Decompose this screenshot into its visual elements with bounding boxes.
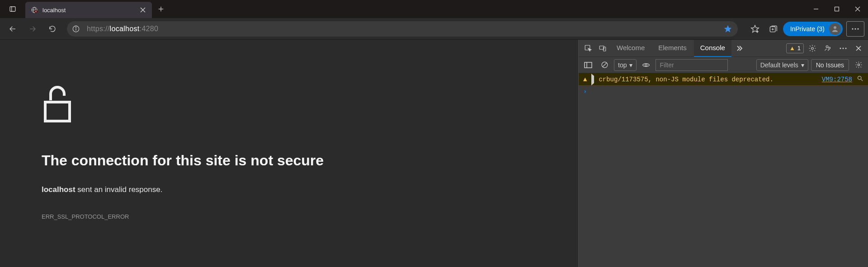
- favorite-star-icon[interactable]: [722, 24, 734, 33]
- log-levels-select[interactable]: Default levels ▾: [756, 59, 808, 71]
- svg-point-39: [840, 47, 841, 49]
- svg-point-41: [845, 47, 847, 49]
- error-msg-tail: sent an invalid response.: [75, 185, 163, 194]
- clear-console-button[interactable]: [598, 58, 611, 72]
- maximize-button[interactable]: [826, 0, 847, 18]
- toolbar: https://localhost:4280 InPrivate (3): [0, 18, 868, 40]
- svg-line-51: [861, 79, 863, 81]
- address-bar[interactable]: https://localhost:4280: [67, 21, 738, 37]
- title-bar: localhost: [0, 0, 868, 18]
- minimize-button[interactable]: [806, 0, 826, 18]
- svg-rect-0: [10, 7, 15, 12]
- console-message: crbug/1173575, non-JS module files depre…: [599, 76, 817, 83]
- svg-rect-32: [45, 102, 70, 121]
- collections-button[interactable]: [765, 21, 781, 37]
- tab-elements[interactable]: Elements: [652, 40, 693, 57]
- url-text: https://localhost:4280: [87, 25, 718, 33]
- error-message: localhost sent an invalid response.: [42, 185, 578, 194]
- svg-point-50: [858, 76, 862, 80]
- svg-point-49: [858, 64, 859, 66]
- tab-favicon: [31, 6, 38, 14]
- inprivate-label: InPrivate (3): [790, 25, 825, 33]
- console-warning-row[interactable]: ▲ crbug/1173575, non-JS module files dep…: [579, 73, 868, 86]
- error-host: localhost: [42, 185, 75, 194]
- svg-point-31: [857, 28, 859, 29]
- warnings-badge[interactable]: ▲ 1: [786, 43, 804, 53]
- svg-point-36: [811, 47, 814, 49]
- svg-rect-35: [604, 47, 606, 51]
- chevron-down-icon: ▾: [629, 61, 632, 69]
- tab-title: localhost: [42, 7, 135, 14]
- svg-marker-21: [724, 25, 731, 32]
- svg-rect-44: [585, 62, 592, 68]
- svg-point-20: [75, 27, 76, 27]
- devtools-feedback-button[interactable]: [821, 42, 835, 55]
- warning-icon: ▲: [789, 45, 795, 52]
- svg-point-38: [829, 47, 830, 49]
- inspect-element-button[interactable]: [581, 42, 595, 55]
- svg-line-47: [603, 63, 607, 67]
- svg-rect-13: [835, 7, 839, 11]
- error-code: ERR_SSL_PROTOCOL_ERROR: [42, 213, 578, 220]
- warning-icon: ▲: [583, 76, 587, 83]
- expand-icon[interactable]: [591, 76, 594, 83]
- url-host: localhost: [110, 25, 140, 33]
- console-prompt[interactable]: ›: [579, 86, 868, 97]
- url-scheme: https://: [87, 25, 110, 33]
- chevron-down-icon: ▾: [801, 61, 804, 69]
- inprivate-indicator[interactable]: InPrivate (3): [783, 22, 843, 36]
- execution-context-select[interactable]: top ▾: [614, 59, 637, 71]
- devtools-tabbar: Welcome Elements Console ▲ 1: [579, 40, 868, 57]
- console-output: ▲ crbug/1173575, non-JS module files dep…: [579, 73, 868, 267]
- browser-tab[interactable]: localhost: [25, 2, 152, 18]
- device-toolbar-button[interactable]: [596, 42, 609, 55]
- settings-and-more-button[interactable]: [846, 21, 864, 37]
- close-window-button[interactable]: [847, 0, 868, 18]
- svg-point-48: [645, 64, 647, 66]
- console-toolbar: top ▾ Default levels ▾ No Issues: [579, 57, 868, 73]
- svg-point-28: [834, 26, 836, 29]
- live-expression-button[interactable]: [639, 58, 653, 72]
- back-button[interactable]: [4, 20, 22, 38]
- forward-button[interactable]: [24, 20, 42, 38]
- page-content: The connection for this site is not secu…: [0, 40, 579, 267]
- devtools-settings-button[interactable]: [806, 42, 819, 55]
- url-port: :4280: [140, 25, 159, 33]
- svg-point-30: [854, 28, 856, 29]
- error-title: The connection for this site is not secu…: [42, 152, 578, 169]
- devtools-panel: Welcome Elements Console ▲ 1: [579, 40, 868, 267]
- tab-close-button[interactable]: [139, 6, 146, 14]
- issues-button[interactable]: No Issues: [811, 59, 849, 71]
- unlocked-padlock-icon: [42, 83, 578, 125]
- more-tabs-button[interactable]: [732, 42, 746, 55]
- window-controls: [806, 0, 868, 18]
- tab-welcome[interactable]: Welcome: [610, 40, 651, 57]
- svg-point-37: [826, 46, 828, 48]
- console-source-link[interactable]: VM9:2758: [822, 76, 852, 83]
- devtools-close-button[interactable]: [852, 42, 865, 55]
- refresh-button[interactable]: [43, 20, 61, 38]
- console-filter-input[interactable]: [656, 59, 728, 71]
- tab-actions-button[interactable]: [0, 0, 25, 18]
- svg-point-29: [852, 28, 853, 29]
- favorites-button[interactable]: [747, 21, 763, 37]
- warning-count: 1: [797, 45, 801, 52]
- prompt-chevron-icon: ›: [583, 88, 587, 95]
- magnifier-icon[interactable]: [857, 75, 863, 84]
- console-settings-button[interactable]: [852, 58, 865, 72]
- site-info-icon[interactable]: [69, 23, 83, 35]
- tab-console[interactable]: Console: [694, 40, 731, 57]
- svg-point-40: [843, 47, 844, 49]
- console-sidebar-toggle[interactable]: [581, 58, 595, 72]
- profile-avatar-icon: [829, 23, 841, 35]
- devtools-more-button[interactable]: [836, 42, 850, 55]
- new-tab-button[interactable]: [152, 0, 170, 18]
